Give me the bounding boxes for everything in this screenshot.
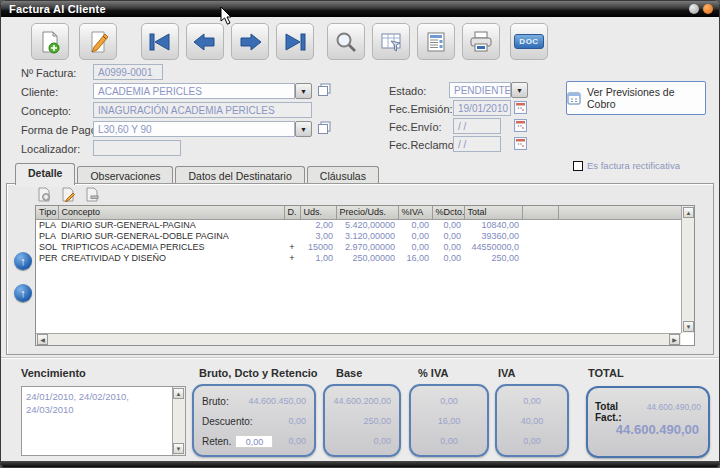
last-record-icon <box>282 31 308 53</box>
col-extra <box>522 206 558 219</box>
fec-envio-calendar-icon[interactable] <box>514 119 527 132</box>
filter-records-button[interactable] <box>372 23 410 60</box>
rectificativa-checkbox[interactable] <box>573 161 583 171</box>
scroll-up-icon[interactable]: ▲ <box>683 207 694 218</box>
col-precio[interactable]: Precio/Uds. <box>336 206 398 219</box>
vertical-scrollbar[interactable]: ▲ ▼ <box>681 206 694 333</box>
filter-grid-icon <box>379 30 403 54</box>
concepto-field[interactable]: INAGURACIÓN ACADEMIA PERICLES <box>93 102 312 118</box>
fec-emision-calendar-icon[interactable] <box>514 101 527 114</box>
base-panel: 44.600.200,00 250,00 0,00 <box>323 384 401 457</box>
footer-separator <box>1 357 719 359</box>
vencimiento-box[interactable]: 24/01/2010, 24/02/2010, 24/03/2010 ▲ ▼ <box>21 386 186 456</box>
tab-bar: Detalle Observaciones Datos del Destinat… <box>15 161 381 183</box>
piva-value: 0,00 <box>440 436 458 446</box>
table-row[interactable]: PERCREATIVIDAD Y DISEÑO +1,00 250,000001… <box>36 252 682 263</box>
grid-header-row[interactable]: Tipo Concepto D. Uds. Precio/Uds. %IVA %… <box>36 206 682 219</box>
vencimiento-label: Vencimiento <box>21 367 86 379</box>
scroll-left-icon[interactable]: ◀ <box>37 334 48 345</box>
tab-detalle[interactable]: Detalle <box>15 163 75 185</box>
cliente-dropdown-button[interactable]: ▼ <box>295 83 312 99</box>
calendar-icon <box>567 92 581 105</box>
ver-previsiones-button[interactable]: Ver Previsiones de Cobro <box>566 81 706 115</box>
delete-line-icon[interactable] <box>83 187 101 202</box>
first-record-button[interactable] <box>141 23 179 60</box>
reten-input[interactable]: 0,00 <box>235 435 273 448</box>
scroll-right-icon[interactable]: ▶ <box>669 334 680 345</box>
next-record-icon <box>237 31 263 53</box>
reten-value: 0,00 <box>288 436 306 446</box>
vencimiento-scrollbar[interactable]: ▲ ▼ <box>172 387 185 455</box>
col-uds[interactable]: Uds. <box>300 206 336 219</box>
col-d[interactable]: D. <box>284 206 300 219</box>
window-title: Factura Al Cliente <box>9 3 106 15</box>
detail-toolbar <box>35 187 101 202</box>
col-total[interactable]: Total <box>464 206 522 219</box>
forma-pago-field[interactable]: L30,60 Y 90 <box>93 121 295 137</box>
scroll-up-icon[interactable]: ▲ <box>173 388 184 399</box>
num-factura-field[interactable]: A0999-0001 <box>93 64 163 80</box>
title-bar[interactable]: Factura Al Cliente <box>1 1 719 17</box>
report-form-icon <box>424 30 448 54</box>
export-doc-button[interactable]: DOC <box>510 23 548 60</box>
vencimiento-value: 24/01/2010, 24/02/2010, 24/03/2010 <box>26 390 169 416</box>
table-row[interactable]: PLADIARIO SUR-GENERAL-DOBLE PAGINA 3,00 … <box>36 230 682 241</box>
cliente-field[interactable]: ACADEMIA PERICLES <box>93 83 295 99</box>
scroll-down-icon[interactable]: ▼ <box>173 443 184 454</box>
report-form-button[interactable] <box>417 23 455 60</box>
bottom-border <box>1 461 719 467</box>
col-concepto[interactable]: Concepto <box>58 206 284 219</box>
add-line-icon[interactable] <box>35 187 53 202</box>
fec-envio-field[interactable]: / / <box>453 118 501 134</box>
cliente-detail-icon[interactable] <box>317 83 332 97</box>
table-row[interactable]: SOLTRIPTICOS ACADEMIA PERICLES +15000 2.… <box>36 241 682 252</box>
iva-value: 40,00 <box>521 416 544 426</box>
col-dcto[interactable]: %Dcto. <box>432 206 464 219</box>
concepto-label: Concepto: <box>21 105 71 117</box>
forma-pago-detail-icon[interactable] <box>317 121 332 135</box>
first-record-icon <box>147 31 173 53</box>
localizador-field[interactable] <box>93 140 181 156</box>
descuento-value: 0,00 <box>288 416 306 426</box>
estado-dropdown-button[interactable]: ▼ <box>511 82 528 98</box>
fec-reclamo-label: Fec.Reclamo: <box>389 139 457 151</box>
fec-reclamo-field[interactable]: / / <box>453 136 501 152</box>
col-tipo[interactable]: Tipo <box>36 206 58 219</box>
horizontal-scrollbar[interactable]: ◀ ▶ <box>36 333 681 345</box>
col-filler <box>558 206 682 219</box>
close-button[interactable] <box>703 4 713 14</box>
new-record-icon <box>38 30 62 54</box>
iva-panel: 0,00 40,00 0,00 <box>495 384 569 457</box>
descuento-label: Descuento: <box>202 416 253 427</box>
ver-previsiones-label: Ver Previsiones de Cobro <box>587 86 705 110</box>
scroll-down-icon[interactable]: ▼ <box>683 321 694 332</box>
estado-field[interactable]: PENDIENTE <box>449 82 511 98</box>
col-iva[interactable]: %IVA <box>398 206 432 219</box>
detail-grid[interactable]: Tipo Concepto D. Uds. Precio/Uds. %IVA %… <box>35 205 695 346</box>
edit-line-icon[interactable] <box>59 187 77 202</box>
forma-pago-dropdown-button[interactable]: ▼ <box>295 121 312 137</box>
previous-record-button[interactable] <box>186 23 224 60</box>
piva-panel: 0,00 16,00 0,00 <box>409 384 489 457</box>
move-line-up-button[interactable]: ↑ <box>14 252 32 270</box>
print-icon <box>468 30 494 54</box>
last-record-button[interactable] <box>276 23 314 60</box>
table-row[interactable]: PLADIARIO SUR-GENERAL-PAGINA 2,00 5.420,… <box>36 219 682 230</box>
main-toolbar: DOC <box>1 21 719 63</box>
total-fact-label: Total Fact.: <box>595 401 647 423</box>
next-record-button[interactable] <box>231 23 269 60</box>
total-panel: Total Fact.: 44.600.490,00 44.600.490,00 <box>586 386 710 458</box>
fec-emision-field[interactable]: 19/01/2010 <box>453 100 511 116</box>
rectificativa-label: Es factura rectificativa <box>587 160 680 171</box>
reten-label: Reten. <box>202 436 231 447</box>
search-button[interactable] <box>327 23 365 60</box>
new-record-button[interactable] <box>31 23 69 60</box>
export-doc-icon: DOC <box>514 34 543 49</box>
print-button[interactable] <box>462 23 500 60</box>
total-fact-value: 44.600.490,00 <box>647 402 701 412</box>
bruto-value: 44.600.450,00 <box>248 396 306 406</box>
edit-record-button[interactable] <box>79 23 117 60</box>
minimize-button[interactable] <box>689 4 699 14</box>
move-line-up-button-2[interactable]: ↑ <box>14 284 32 302</box>
fec-reclamo-calendar-icon[interactable] <box>514 137 527 150</box>
